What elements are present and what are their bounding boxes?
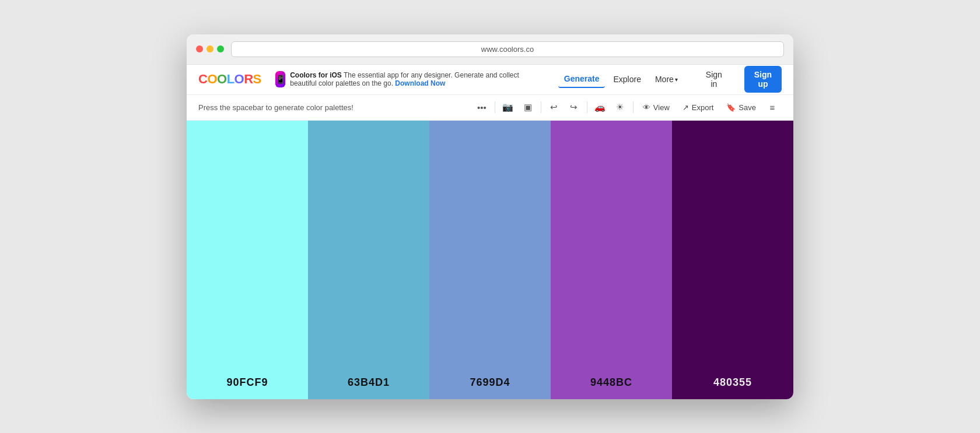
- nav-bar: COOLORS 📱 Coolors for iOS The essential …: [187, 65, 793, 95]
- color-hex-2: 7699D4: [470, 376, 510, 389]
- color-hex-4: 480355: [713, 376, 752, 389]
- promo-text: Coolors for iOS The essential app for an…: [290, 71, 530, 87]
- logo[interactable]: COOLORS: [198, 72, 261, 87]
- color-swatch-4[interactable]: 480355: [672, 121, 793, 399]
- color-hex-1: 63B4D1: [348, 376, 390, 389]
- camera-button[interactable]: 📷: [499, 98, 517, 117]
- export-button[interactable]: ↗ Export: [677, 100, 720, 115]
- url-bar[interactable]: www.coolors.co: [231, 41, 784, 57]
- promo-banner: 📱 Coolors for iOS The essential app for …: [275, 71, 530, 87]
- undo-button[interactable]: ↩: [545, 98, 564, 117]
- traffic-light-green[interactable]: [217, 45, 224, 52]
- promo-icon: 📱: [275, 71, 285, 87]
- toolbar-separator-2: [541, 101, 541, 113]
- color-swatch-1[interactable]: 63B4D1: [308, 121, 429, 399]
- quick-help-button[interactable]: 🚗: [591, 98, 610, 117]
- bookmark-icon: 🔖: [726, 103, 736, 112]
- traffic-lights: [196, 45, 224, 52]
- view-label: View: [653, 103, 670, 112]
- toolbar: Press the spacebar to generate color pal…: [187, 95, 793, 121]
- traffic-light-yellow[interactable]: [206, 45, 214, 52]
- title-bar: www.coolors.co: [187, 34, 793, 65]
- more-label: More: [655, 75, 674, 84]
- save-button[interactable]: 🔖 Save: [720, 100, 762, 115]
- color-swatch-2[interactable]: 7699D4: [429, 121, 551, 399]
- signup-button[interactable]: Sign up: [744, 66, 782, 93]
- color-hex-0: 90FCF9: [226, 376, 268, 389]
- promo-download-link[interactable]: Download Now: [395, 79, 445, 87]
- nav-links: Generate Explore More ▾: [558, 71, 684, 88]
- export-label: Export: [692, 103, 714, 112]
- eye-icon: 👁: [643, 103, 650, 112]
- more-options-button[interactable]: •••: [473, 98, 491, 117]
- nav-generate[interactable]: Generate: [558, 71, 606, 88]
- color-hex-3: 9448BC: [590, 376, 632, 389]
- menu-button[interactable]: ≡: [763, 98, 782, 117]
- browser-window: www.coolors.co COOLORS 📱 Coolors for iOS…: [187, 34, 793, 399]
- traffic-light-red[interactable]: [196, 45, 203, 52]
- signin-button[interactable]: Sign in: [698, 66, 730, 92]
- toolbar-hint: Press the spacebar to generate color pal…: [198, 103, 470, 112]
- nav-explore[interactable]: Explore: [607, 71, 646, 87]
- view-button[interactable]: 👁 View: [637, 100, 676, 115]
- toolbar-separator-4: [633, 101, 634, 113]
- nav-more[interactable]: More ▾: [649, 71, 684, 87]
- save-label: Save: [738, 103, 756, 112]
- theme-toggle-button[interactable]: ☀: [611, 98, 629, 117]
- promo-app-name: Coolors for iOS: [290, 71, 342, 79]
- color-swatch-3[interactable]: 9448BC: [551, 121, 672, 399]
- share-icon: ↗: [682, 103, 689, 112]
- toolbar-separator-3: [587, 101, 587, 113]
- toolbar-separator-1: [495, 101, 495, 113]
- redo-button[interactable]: ↪: [565, 98, 583, 117]
- color-swatch-0[interactable]: 90FCF9: [187, 121, 308, 399]
- palette-container: 90FCF963B4D17699D49448BC480355: [187, 121, 793, 399]
- chevron-down-icon: ▾: [675, 76, 678, 83]
- toolbar-actions: ••• 📷 ▣ ↩ ↪ 🚗 ☀ 👁 View ↗ Export 🔖 Save: [473, 98, 782, 117]
- toggle-view-button[interactable]: ▣: [519, 98, 537, 117]
